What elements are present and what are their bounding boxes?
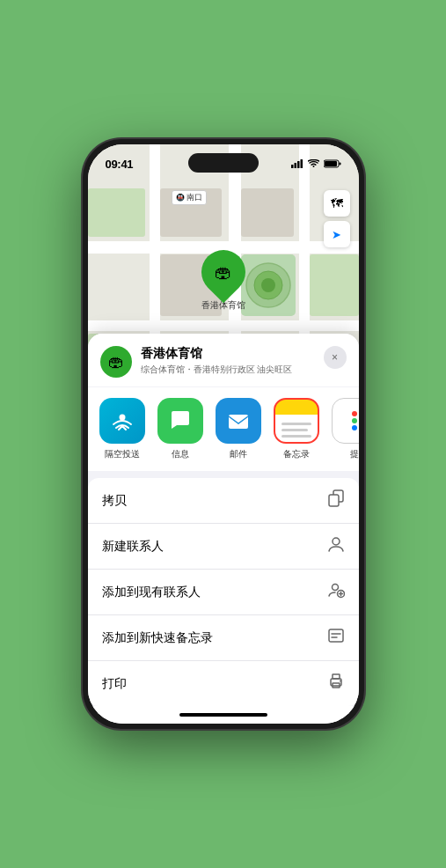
copy-icon (327, 489, 345, 511)
svg-point-27 (261, 278, 275, 292)
wifi-icon (308, 159, 319, 168)
svg-rect-23 (310, 254, 359, 316)
more-label: 提 (350, 448, 359, 460)
mail-icon (226, 408, 251, 433)
venue-subtitle: 综合体育馆・香港特别行政区 油尖旺区 (141, 364, 315, 376)
actions-list: 拷贝 新建联系人 (88, 478, 359, 706)
copy-label: 拷贝 (102, 493, 127, 509)
map-view-button[interactable]: 🗺 (324, 190, 350, 217)
svg-rect-31 (329, 495, 339, 506)
notes-lines (277, 419, 316, 438)
more-icon-box (332, 398, 359, 444)
map-controls[interactable]: 🗺 ➤ (324, 190, 350, 247)
svg-rect-2 (297, 161, 300, 168)
svg-point-32 (333, 538, 340, 545)
location-header: 🏟 香港体育馆 综合体育馆・香港特别行政区 油尖旺区 × (88, 334, 359, 386)
more-dots-icon (352, 411, 357, 430)
location-venue-icon: 🏟 (100, 346, 132, 378)
svg-rect-16 (241, 188, 294, 237)
map-north-exit-label: 🚇 南口 (172, 190, 208, 205)
svg-rect-5 (339, 163, 340, 166)
share-item-airdrop[interactable]: 隔空投送 (97, 398, 148, 460)
action-add-contact[interactable]: 添加到现有联系人 (88, 570, 359, 615)
share-item-mail[interactable]: 邮件 (213, 398, 264, 460)
pin-icon: 🏟 (215, 262, 232, 283)
dynamic-island (188, 153, 259, 173)
add-contact-label: 添加到现有联系人 (102, 585, 201, 600)
svg-point-33 (332, 585, 338, 591)
action-print[interactable]: 打印 (88, 661, 359, 706)
share-item-messages[interactable]: 信息 (155, 398, 206, 460)
svg-point-28 (119, 415, 125, 421)
share-item-more[interactable]: 提 (329, 398, 359, 460)
svg-rect-29 (229, 415, 248, 429)
add-contact-icon (327, 581, 345, 603)
messages-icon-box (157, 398, 203, 444)
svg-rect-3 (300, 159, 303, 168)
share-item-notes[interactable]: 备忘录 (271, 398, 322, 460)
airdrop-icon-box (99, 398, 145, 444)
phone-screen: 09:41 (88, 144, 359, 724)
airdrop-icon (110, 408, 135, 433)
svg-rect-41 (333, 674, 340, 679)
close-button[interactable]: × (324, 346, 347, 369)
share-row: 隔空投送 信息 (88, 387, 359, 471)
map-icon: 🗺 (331, 196, 343, 210)
svg-point-43 (340, 680, 341, 682)
battery-icon (324, 159, 341, 168)
quick-note-label: 添加到新快速备忘录 (102, 630, 213, 646)
svg-rect-21 (88, 188, 145, 237)
phone-frame: 09:41 (83, 139, 364, 729)
airdrop-label: 隔空投送 (105, 448, 140, 460)
status-icons (291, 159, 341, 168)
location-arrow-icon: ➤ (332, 228, 341, 241)
action-copy[interactable]: 拷贝 (88, 478, 359, 524)
messages-label: 信息 (172, 448, 189, 460)
svg-rect-0 (291, 165, 294, 168)
new-contact-icon (327, 535, 345, 557)
notes-icon-box (274, 398, 319, 444)
home-bar (179, 713, 267, 717)
location-pin: 🏟 香港体育馆 (201, 250, 245, 312)
bottom-sheet: 🏟 香港体育馆 综合体育馆・香港特别行政区 油尖旺区 × (88, 334, 359, 724)
svg-rect-1 (294, 163, 296, 168)
location-info: 香港体育馆 综合体育馆・香港特别行政区 油尖旺区 (141, 346, 315, 376)
new-contact-label: 新建联系人 (102, 539, 164, 555)
print-label: 打印 (102, 676, 127, 692)
messages-icon (168, 408, 193, 433)
home-indicator (88, 706, 359, 724)
signal-icon (291, 159, 303, 168)
notes-label: 备忘录 (283, 448, 310, 460)
mail-icon-box (216, 398, 261, 444)
pin-circle: 🏟 (192, 241, 254, 304)
svg-rect-37 (329, 629, 343, 642)
action-new-contact[interactable]: 新建联系人 (88, 524, 359, 570)
action-quick-note[interactable]: 添加到新快速备忘录 (88, 615, 359, 661)
venue-name: 香港体育馆 (141, 346, 315, 362)
svg-rect-9 (88, 320, 359, 331)
status-time: 09:41 (106, 158, 134, 171)
svg-rect-6 (325, 161, 337, 166)
mail-label: 邮件 (230, 448, 247, 460)
map-label-text: 南口 (186, 193, 202, 202)
location-button[interactable]: ➤ (324, 221, 350, 247)
quick-note-icon (327, 627, 345, 649)
print-icon (327, 673, 345, 695)
venue-emoji: 🏟 (108, 353, 124, 371)
